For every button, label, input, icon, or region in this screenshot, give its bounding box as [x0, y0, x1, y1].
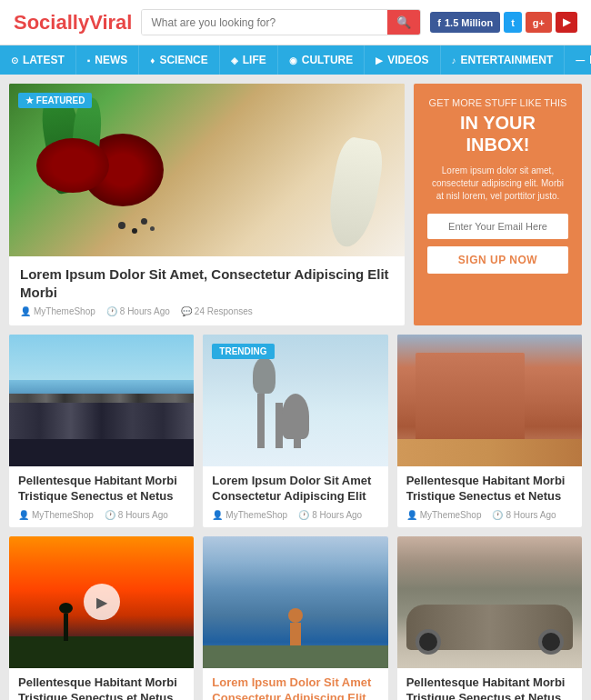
- featured-title[interactable]: Lorem Ipsum Dolor Sit Amet, Consectetur …: [20, 265, 394, 301]
- time-icon: 🕐: [106, 306, 117, 316]
- newsletter-email-input[interactable]: [427, 214, 568, 239]
- header: SociallyViral 🔍 f 1.5 Million t g+ ▶: [0, 0, 591, 45]
- nav-culture-label: CULTURE: [302, 54, 353, 66]
- author-icon: 👤: [20, 306, 31, 316]
- featured-time: 8 Hours Ago: [120, 306, 170, 316]
- article-city-meta: 👤MyThemeShop 🕐8 Hours Ago: [18, 510, 185, 520]
- videos-icon: ▶: [376, 55, 383, 65]
- featured-meta: 👤MyThemeShop 🕐8 Hours Ago 💬24 Responses: [20, 306, 394, 316]
- facebook-count: 1.5 Million: [445, 17, 493, 28]
- featured-image: ★ FEATURED: [9, 84, 405, 256]
- article-car-text: Pellentesque Habitant Morbi Tristique Se…: [397, 668, 582, 700]
- newsletter-desc: Lorem ipsum dolor sit amet, consectetur …: [427, 165, 568, 203]
- article-row-2: ▶ Pellentesque Habitant Morbi Tristique …: [9, 536, 582, 700]
- nav-latest[interactable]: ⊙ LATEST: [0, 45, 76, 75]
- article-building-image: [397, 335, 582, 466]
- google-button[interactable]: g+: [526, 12, 552, 33]
- nav-life-label: LIFE: [243, 54, 266, 66]
- google-icon: g+: [533, 17, 545, 28]
- search-input[interactable]: [142, 10, 387, 35]
- twitter-icon: t: [511, 17, 515, 28]
- article-sunset-text: Pellentesque Habitant Morbi Tristique Se…: [9, 668, 194, 700]
- navigation: ⊙ LATEST ▪ NEWS ♦ SCIENCE ◈ LIFE ◉ CULTU…: [0, 45, 591, 75]
- article-sunset-title[interactable]: Pellentesque Habitant Morbi Tristique Se…: [18, 675, 185, 700]
- newsletter-card: GET MORE STUFF LIKE THIS IN YOUR INBOX! …: [414, 84, 582, 325]
- science-icon: ♦: [150, 55, 155, 65]
- article-building-text: Pellentesque Habitant Morbi Tristique Se…: [397, 466, 582, 527]
- top-row: ★ FEATURED Lorem Ipsum Dolor Sit Amet, C…: [9, 84, 582, 325]
- article-city-title[interactable]: Pellentesque Habitant Morbi Tristique Se…: [18, 474, 185, 505]
- article-river-image: [203, 536, 387, 668]
- article-city: Pellentesque Habitant Morbi Tristique Se…: [9, 335, 194, 527]
- featured-responses: 24 Responses: [195, 306, 253, 316]
- facebook-icon: f: [437, 17, 441, 28]
- more-icon: —: [576, 55, 585, 65]
- social-icons: f 1.5 Million t g+ ▶: [430, 12, 577, 33]
- nav-science[interactable]: ♦ SCIENCE: [139, 45, 219, 75]
- article-bird-text: Lorem Ipsum Dolor Sit Amet Consectetur A…: [203, 466, 387, 527]
- nav-culture[interactable]: ◉ CULTURE: [278, 45, 365, 75]
- time-icon: 🕐: [105, 510, 115, 520]
- featured-author: MyThemeShop: [34, 306, 95, 316]
- newsletter-title: IN YOUR INBOX!: [427, 112, 568, 155]
- article-bird-meta: 👤MyThemeShop 🕐8 Hours Ago: [212, 510, 378, 520]
- article-building-meta: 👤MyThemeShop 🕐8 Hours Ago: [406, 510, 573, 520]
- latest-icon: ⊙: [11, 55, 18, 65]
- article-car-title[interactable]: Pellentesque Habitant Morbi Tristique Se…: [406, 675, 573, 700]
- article-car-image: [397, 536, 582, 668]
- article-row-1: Pellentesque Habitant Morbi Tristique Se…: [9, 335, 582, 527]
- article-bird-image: TRENDING: [203, 335, 387, 466]
- culture-icon: ◉: [289, 55, 297, 65]
- author-icon: 👤: [406, 510, 417, 520]
- nav-science-label: SCIENCE: [159, 54, 207, 66]
- facebook-button[interactable]: f 1.5 Million: [430, 12, 500, 33]
- nav-news-label: NEWS: [95, 54, 127, 66]
- logo-accent: Viral: [89, 11, 132, 34]
- trending-badge: TRENDING: [212, 344, 274, 359]
- nav-more[interactable]: — MORE: [565, 45, 591, 75]
- life-icon: ◈: [231, 55, 238, 65]
- nav-life[interactable]: ◈ LIFE: [220, 45, 278, 75]
- main-content: ★ FEATURED Lorem Ipsum Dolor Sit Amet, C…: [0, 75, 591, 700]
- nav-latest-label: LATEST: [23, 54, 65, 66]
- twitter-button[interactable]: t: [504, 12, 522, 33]
- article-sunset-image: ▶: [9, 536, 194, 668]
- article-city-image: [9, 335, 194, 466]
- newsletter-top-text: GET MORE STUFF LIKE THIS: [427, 97, 568, 108]
- play-button[interactable]: ▶: [84, 584, 120, 620]
- article-river-title[interactable]: Lorem Ipsum Dolor Sit Amet Consectetur A…: [212, 675, 378, 700]
- article-river-text: Lorem Ipsum Dolor Sit Amet Consectetur A…: [203, 668, 387, 700]
- article-building: Pellentesque Habitant Morbi Tristique Se…: [397, 335, 582, 527]
- search-button[interactable]: 🔍: [387, 10, 420, 35]
- nav-entertainment[interactable]: ♪ ENTERTAINMENT: [441, 45, 566, 75]
- comment-icon: 💬: [181, 306, 192, 316]
- signup-button[interactable]: SIGN UP NOW: [427, 246, 568, 274]
- youtube-button[interactable]: ▶: [556, 12, 577, 33]
- time-icon: 🕐: [298, 510, 309, 520]
- article-bird: TRENDING Lorem Ipsum Dolor Sit Amet Cons…: [203, 335, 387, 527]
- article-bird-title[interactable]: Lorem Ipsum Dolor Sit Amet Consectetur A…: [212, 474, 378, 505]
- article-car: Pellentesque Habitant Morbi Tristique Se…: [397, 536, 582, 700]
- search-bar: 🔍: [141, 9, 421, 35]
- article-building-title[interactable]: Pellentesque Habitant Morbi Tristique Se…: [406, 474, 573, 505]
- featured-text: Lorem Ipsum Dolor Sit Amet, Consectetur …: [9, 256, 405, 325]
- news-icon: ▪: [87, 55, 91, 65]
- youtube-icon: ▶: [563, 16, 570, 28]
- logo-text: Socially: [14, 11, 89, 34]
- featured-badge: ★ FEATURED: [18, 93, 92, 108]
- nav-entertainment-label: ENTERTAINMENT: [461, 54, 554, 66]
- author-icon: 👤: [18, 510, 29, 520]
- author-icon: 👤: [212, 510, 223, 520]
- article-city-text: Pellentesque Habitant Morbi Tristique Se…: [9, 466, 194, 527]
- article-river: Lorem Ipsum Dolor Sit Amet Consectetur A…: [203, 536, 387, 700]
- featured-article: ★ FEATURED Lorem Ipsum Dolor Sit Amet, C…: [9, 84, 405, 325]
- entertainment-icon: ♪: [452, 55, 456, 65]
- nav-videos[interactable]: ▶ VIDEOS: [365, 45, 440, 75]
- article-sunset: ▶ Pellentesque Habitant Morbi Tristique …: [9, 536, 194, 700]
- time-icon: 🕐: [492, 510, 503, 520]
- nav-news[interactable]: ▪ NEWS: [76, 45, 140, 75]
- nav-videos-label: VIDEOS: [387, 54, 428, 66]
- site-logo[interactable]: SociallyViral: [14, 11, 132, 35]
